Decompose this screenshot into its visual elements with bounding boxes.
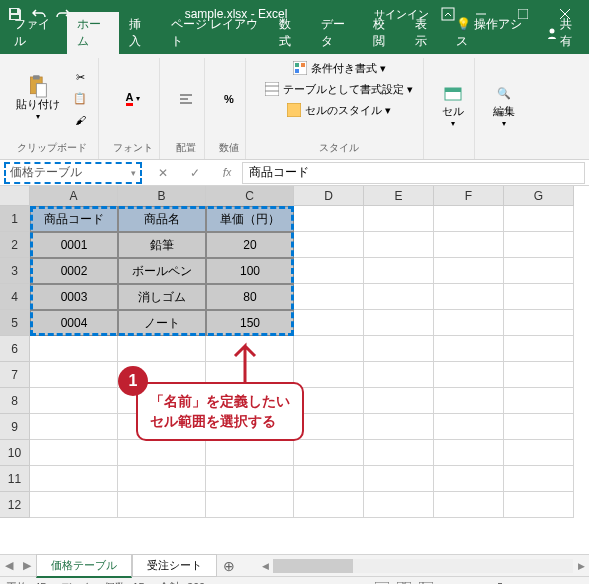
cell[interactable] bbox=[434, 310, 504, 336]
row-header[interactable]: 11 bbox=[0, 466, 30, 492]
tab-page-layout[interactable]: ページ レイアウト bbox=[161, 12, 270, 54]
cell[interactable] bbox=[364, 388, 434, 414]
sheet-tab-1[interactable]: 価格テーブル bbox=[36, 554, 132, 578]
column-header[interactable]: E bbox=[364, 186, 434, 206]
paste-button[interactable]: 貼り付け ▾ bbox=[12, 75, 64, 123]
table-header-cell[interactable]: 商品名 bbox=[118, 206, 206, 232]
row-header[interactable]: 5 bbox=[0, 310, 30, 336]
cell[interactable] bbox=[30, 440, 118, 466]
fx-icon[interactable]: fx bbox=[216, 162, 238, 184]
cell[interactable] bbox=[294, 258, 364, 284]
share-button[interactable]: 共有 bbox=[536, 12, 589, 54]
select-all-corner[interactable] bbox=[0, 186, 30, 206]
cut-button[interactable]: ✂ bbox=[68, 68, 92, 88]
cell[interactable] bbox=[294, 440, 364, 466]
column-header[interactable]: C bbox=[206, 186, 294, 206]
column-header[interactable]: A bbox=[30, 186, 118, 206]
cell[interactable] bbox=[294, 284, 364, 310]
cell[interactable] bbox=[504, 206, 574, 232]
cell[interactable] bbox=[364, 466, 434, 492]
column-header[interactable]: F bbox=[434, 186, 504, 206]
sheet-area[interactable]: ABCDEFG 123456789101112 商品コード商品名単価（円）000… bbox=[0, 186, 589, 554]
cell[interactable] bbox=[434, 284, 504, 310]
table-cell[interactable]: 80 bbox=[206, 284, 294, 310]
tab-home[interactable]: ホーム bbox=[67, 12, 119, 54]
table-cell[interactable]: 0001 bbox=[30, 232, 118, 258]
tab-review[interactable]: 校閲 bbox=[363, 12, 404, 54]
tab-formulas[interactable]: 数式 bbox=[269, 12, 310, 54]
cell[interactable] bbox=[504, 258, 574, 284]
table-cell[interactable]: 鉛筆 bbox=[118, 232, 206, 258]
cell[interactable] bbox=[294, 466, 364, 492]
cell[interactable] bbox=[434, 466, 504, 492]
table-cell[interactable]: 20 bbox=[206, 232, 294, 258]
cell[interactable] bbox=[30, 414, 118, 440]
tab-tellme[interactable]: 💡 操作アシス bbox=[446, 12, 536, 54]
format-painter-button[interactable]: 🖌 bbox=[68, 110, 92, 130]
table-format-button[interactable]: テーブルとして書式設定 ▾ bbox=[260, 79, 417, 99]
cell[interactable] bbox=[364, 206, 434, 232]
copy-button[interactable]: 📋 bbox=[68, 89, 92, 109]
cell[interactable] bbox=[294, 362, 364, 388]
font-color-button[interactable]: A▾ bbox=[122, 89, 145, 108]
cell[interactable] bbox=[364, 336, 434, 362]
cell[interactable] bbox=[504, 388, 574, 414]
cell[interactable] bbox=[504, 414, 574, 440]
cell[interactable] bbox=[504, 284, 574, 310]
cell[interactable] bbox=[294, 336, 364, 362]
row-header[interactable]: 2 bbox=[0, 232, 30, 258]
cell[interactable] bbox=[434, 362, 504, 388]
cell[interactable] bbox=[206, 466, 294, 492]
cell[interactable] bbox=[434, 258, 504, 284]
cell[interactable] bbox=[434, 492, 504, 518]
sheet-tab-2[interactable]: 受注シート bbox=[132, 554, 217, 577]
row-header[interactable]: 6 bbox=[0, 336, 30, 362]
cell[interactable] bbox=[364, 258, 434, 284]
cell[interactable] bbox=[504, 492, 574, 518]
cell[interactable] bbox=[364, 440, 434, 466]
cell[interactable] bbox=[434, 440, 504, 466]
cell[interactable] bbox=[294, 310, 364, 336]
tab-data[interactable]: データ bbox=[311, 12, 363, 54]
table-cell[interactable]: 0003 bbox=[30, 284, 118, 310]
view-normal-icon[interactable] bbox=[372, 579, 392, 585]
cell[interactable] bbox=[364, 414, 434, 440]
row-header[interactable]: 9 bbox=[0, 414, 30, 440]
cell[interactable] bbox=[504, 310, 574, 336]
sheet-nav-prev[interactable]: ◀ bbox=[0, 559, 18, 572]
add-sheet-button[interactable]: ⊕ bbox=[217, 558, 241, 574]
cell[interactable] bbox=[118, 492, 206, 518]
cell[interactable] bbox=[118, 440, 206, 466]
tab-file[interactable]: ファイル bbox=[4, 12, 67, 54]
view-page-layout-icon[interactable] bbox=[394, 579, 414, 585]
cell[interactable] bbox=[504, 362, 574, 388]
cell[interactable] bbox=[30, 466, 118, 492]
table-cell[interactable]: 0004 bbox=[30, 310, 118, 336]
row-header[interactable]: 1 bbox=[0, 206, 30, 232]
row-header[interactable]: 12 bbox=[0, 492, 30, 518]
cell[interactable] bbox=[364, 492, 434, 518]
table-cell[interactable]: 150 bbox=[206, 310, 294, 336]
cell[interactable] bbox=[206, 440, 294, 466]
view-page-break-icon[interactable] bbox=[416, 579, 436, 585]
column-header[interactable]: D bbox=[294, 186, 364, 206]
tab-view[interactable]: 表示 bbox=[405, 12, 446, 54]
cell[interactable] bbox=[434, 206, 504, 232]
row-header[interactable]: 8 bbox=[0, 388, 30, 414]
cell[interactable] bbox=[434, 336, 504, 362]
formula-input[interactable]: 商品コード bbox=[242, 162, 585, 184]
table-cell[interactable]: 消しゴム bbox=[118, 284, 206, 310]
row-header[interactable]: 10 bbox=[0, 440, 30, 466]
number-format-button[interactable]: % bbox=[220, 91, 238, 107]
table-cell[interactable]: ボールペン bbox=[118, 258, 206, 284]
cell[interactable] bbox=[434, 232, 504, 258]
cell[interactable] bbox=[504, 440, 574, 466]
tab-insert[interactable]: 挿入 bbox=[119, 12, 160, 54]
table-cell[interactable]: ノート bbox=[118, 310, 206, 336]
cell[interactable] bbox=[294, 414, 364, 440]
table-cell[interactable]: 0002 bbox=[30, 258, 118, 284]
cell-styles-button[interactable]: セルのスタイル ▾ bbox=[282, 100, 395, 120]
cell[interactable] bbox=[30, 362, 118, 388]
enter-formula-icon[interactable]: ✓ bbox=[184, 162, 206, 184]
cell[interactable] bbox=[364, 232, 434, 258]
